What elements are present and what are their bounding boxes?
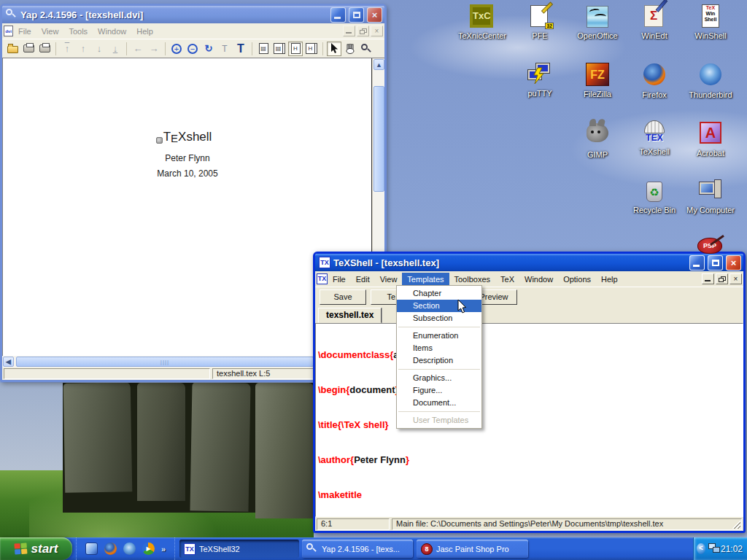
- taskbar-button-paintshop[interactable]: 8 Jasc Paint Shop Pro: [417, 540, 528, 558]
- tab-texshell-tex[interactable]: texshell.tex: [318, 308, 382, 323]
- select-tool-icon[interactable]: [327, 42, 341, 56]
- mdi-minimize-button[interactable]: [702, 273, 714, 284]
- menu-item-items[interactable]: Items: [397, 342, 481, 354]
- texshell-titlebar[interactable]: TX TeXShell - [texshell.tex] ×: [315, 254, 743, 271]
- thunderbird-quicklaunch-icon[interactable]: [123, 542, 136, 555]
- back-icon[interactable]: ←: [131, 42, 145, 56]
- desktop-icon-texniccenter[interactable]: TxC TeXnicCenter: [454, 4, 511, 40]
- menu-item-enumeration[interactable]: Enumeration: [397, 330, 481, 342]
- desktop-icon-filezilla[interactable]: FZ FileZilla: [569, 62, 626, 98]
- forward-icon[interactable]: →: [147, 42, 161, 56]
- desktop-icon-pfe[interactable]: 32 PFE: [511, 4, 568, 40]
- desktop-icon-psp[interactable]: PSP: [694, 238, 725, 254]
- menu-item-description[interactable]: Description: [397, 354, 481, 367]
- menu-view[interactable]: View: [375, 273, 403, 286]
- first-page-icon[interactable]: ↑: [60, 42, 74, 56]
- editor-line: \title{\TeX shell}: [318, 419, 743, 431]
- menu-file[interactable]: File: [328, 273, 351, 286]
- start-button[interactable]: start: [0, 537, 72, 560]
- show-desktop-icon[interactable]: [85, 542, 98, 555]
- menu-options[interactable]: Options: [558, 273, 596, 286]
- mdi-restore-button[interactable]: [716, 273, 728, 284]
- zoom-out-icon[interactable]: −: [185, 42, 200, 56]
- scroll-left-button[interactable]: ◀: [3, 357, 14, 367]
- double-page-view-icon[interactable]: ▤: [272, 42, 287, 56]
- yap-mdi-restore[interactable]: [357, 26, 369, 36]
- zoom-in-icon[interactable]: +: [169, 42, 184, 56]
- yap-menu-tools[interactable]: Tools: [63, 25, 93, 38]
- previous-page-icon[interactable]: ↑: [76, 42, 90, 56]
- desktop-icon-winshell[interactable]: TeXWinShell WinShell: [682, 4, 739, 40]
- menu-edit[interactable]: Edit: [351, 273, 375, 286]
- hand-tool-icon[interactable]: [343, 42, 357, 56]
- desktop-icon-winedt[interactable]: Σ WinEdt: [626, 4, 683, 40]
- horizontal-scroll-thumb[interactable]: ||||: [16, 357, 314, 367]
- yap-menu-file[interactable]: File: [13, 25, 36, 38]
- menu-item-section[interactable]: Section: [397, 300, 481, 312]
- desktop-icon-putty[interactable]: puTTY: [511, 62, 568, 98]
- texshell-window: TX TeXShell - [texshell.tex] × TX File E…: [313, 252, 746, 533]
- yap-mdi-close[interactable]: ×: [371, 26, 383, 36]
- last-page-icon[interactable]: ↓: [108, 42, 123, 56]
- desktop-icon-firefox[interactable]: Firefox: [626, 62, 683, 99]
- menu-item-figure[interactable]: Figure...: [397, 384, 481, 397]
- firefox-quicklaunch-icon[interactable]: [104, 542, 117, 555]
- print-setup-icon[interactable]: [37, 42, 52, 56]
- menu-tex[interactable]: TeX: [495, 273, 519, 286]
- desktop-icon-recycle-bin[interactable]: ♻ Recycle Bin: [626, 179, 683, 214]
- yap-menu-window[interactable]: Window: [93, 25, 131, 38]
- menu-help[interactable]: Help: [596, 273, 623, 286]
- yap-maximize-button[interactable]: [349, 7, 364, 23]
- continuous-single-view-icon[interactable]: H: [288, 42, 303, 56]
- save-button[interactable]: Save: [320, 289, 366, 305]
- yap-minimize-button[interactable]: [330, 7, 346, 23]
- texshell-minimize-button[interactable]: [689, 255, 705, 271]
- icon-label: WinEdt: [626, 31, 683, 40]
- desktop-icon-thunderbird[interactable]: Thunderbird: [682, 62, 739, 99]
- desktop-icon-texshell[interactable]: TEX TeXshell: [626, 120, 683, 156]
- mdi-close-button[interactable]: ×: [729, 273, 742, 284]
- tray-collapse-chevron[interactable]: <: [697, 543, 705, 554]
- yap-mdi-minimize[interactable]: [343, 26, 355, 36]
- yap-close-button[interactable]: ×: [367, 7, 382, 23]
- texshell-maximize-button[interactable]: [708, 255, 723, 271]
- scroll-up-button[interactable]: ▲: [374, 59, 384, 70]
- yap-menu-help[interactable]: Help: [131, 25, 158, 38]
- media-player-quicklaunch-icon[interactable]: ▶: [142, 542, 155, 555]
- desktop-icon-acrobat[interactable]: A Acrobat: [682, 120, 739, 158]
- yap-menu-view[interactable]: View: [36, 25, 64, 38]
- menu-item-graphics[interactable]: Graphics...: [397, 372, 481, 384]
- menu-item-subsection[interactable]: Subsection: [397, 312, 481, 324]
- menu-toolboxes[interactable]: Toolboxes: [449, 273, 496, 286]
- menu-templates[interactable]: Templates: [402, 273, 449, 286]
- editor-area[interactable]: \documentclass{article} \begin{document}…: [315, 323, 743, 517]
- print-icon[interactable]: [21, 42, 36, 56]
- menu-item-document[interactable]: Document...: [397, 397, 481, 409]
- taskbar-clock[interactable]: 21:02: [721, 544, 743, 554]
- ruler-text-icon[interactable]: T: [217, 42, 232, 56]
- menu-window[interactable]: Window: [519, 273, 558, 286]
- desktop-icon-gimp[interactable]: GIMP: [569, 120, 626, 159]
- texshell-app-icon: TX: [319, 257, 330, 268]
- network-status-icon[interactable]: [708, 543, 718, 554]
- menu-item-chapter[interactable]: Chapter: [397, 287, 481, 300]
- next-page-icon[interactable]: ↓: [92, 42, 107, 56]
- wallpaper-stone: [190, 383, 250, 512]
- desktop-icon-my-computer[interactable]: My Computer: [682, 179, 739, 214]
- vertical-scroll-thumb[interactable]: [374, 86, 384, 192]
- refresh-icon[interactable]: ↻: [201, 42, 216, 56]
- open-icon[interactable]: [5, 42, 20, 56]
- resize-grip[interactable]: [732, 520, 740, 529]
- openoffice-icon: [585, 4, 610, 29]
- magnifier-tool-icon[interactable]: [359, 42, 374, 56]
- continuous-double-view-icon[interactable]: H: [304, 42, 319, 56]
- single-page-view-icon[interactable]: ▤: [256, 42, 271, 56]
- desktop-icon-openoffice[interactable]: OpenOffice: [569, 4, 626, 40]
- text-icon[interactable]: T: [233, 42, 248, 56]
- taskbar-button-texshell32[interactable]: TX TeXShell32: [179, 540, 299, 558]
- putty-icon: [527, 62, 552, 87]
- yap-titlebar[interactable]: Yap 2.4.1596 - [texshell.dvi] ×: [2, 6, 384, 23]
- taskbar-button-yap[interactable]: Yap 2.4.1596 - [texs...: [302, 540, 413, 558]
- quick-launch-overflow-chevron[interactable]: »: [161, 545, 166, 553]
- texshell-close-button[interactable]: ×: [726, 255, 741, 271]
